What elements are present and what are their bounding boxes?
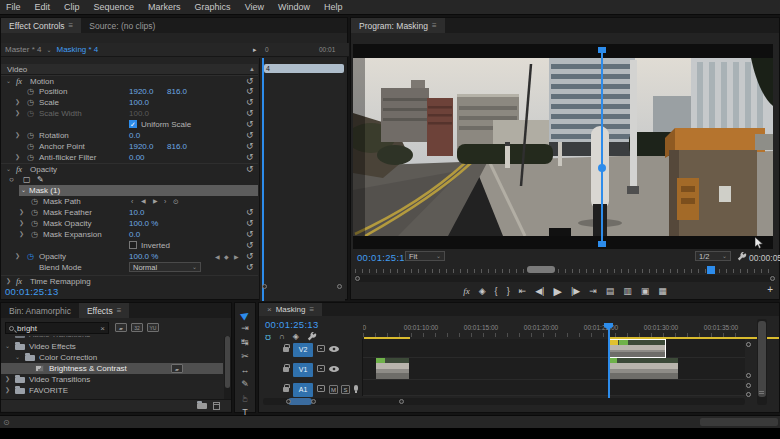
stopwatch-icon[interactable]: ◷ — [31, 218, 38, 229]
track-target-v2[interactable]: V2 — [293, 343, 313, 357]
sequence-clip-tab[interactable]: Masking * 4 — [57, 45, 99, 54]
effects-search-box[interactable]: × — [5, 322, 109, 334]
playback-resolution-dropdown[interactable]: 1/2 ⌄ — [695, 251, 731, 261]
param-value[interactable]: 100.0 % — [129, 218, 158, 229]
param-value-y[interactable]: 816.0 — [167, 86, 187, 97]
tab-source-monitor[interactable]: Source: (no clips) — [81, 18, 163, 33]
chevron-down-icon[interactable]: ⌄ — [46, 46, 51, 53]
track-resize-dot[interactable] — [746, 342, 751, 347]
param-value[interactable]: 0.0 — [129, 130, 140, 141]
reset-icon[interactable]: ↺ — [246, 130, 254, 141]
scroll-handle-right[interactable] — [311, 399, 316, 404]
program-scroll-left-handle[interactable] — [355, 276, 360, 281]
timeline-playhead-line[interactable] — [608, 323, 610, 403]
tab-effect-controls[interactable]: Effect Controls ≡ — [1, 18, 81, 33]
twirl-icon[interactable]: ❯ — [19, 229, 24, 240]
show-timeline-view-icon[interactable]: ▸ — [253, 46, 257, 54]
mask-vertex-top[interactable] — [598, 47, 606, 53]
selection-tool-icon[interactable]: ▶ — [236, 306, 254, 323]
scroll-handle-left[interactable] — [286, 399, 291, 404]
track-resize-dot[interactable] — [746, 392, 751, 397]
timeline-scrollbar-handle[interactable] — [288, 398, 312, 405]
close-icon[interactable]: × — [267, 305, 272, 314]
tree-item-video-effects[interactable]: ⌄ Video Effects — [1, 341, 223, 352]
tree-item-audio-transitions[interactable]: Audio Transitions — [1, 336, 223, 340]
export-frame-icon[interactable]: ▣ — [641, 286, 650, 296]
zoom-level-dropdown[interactable]: Fit ⌄ — [405, 251, 445, 261]
lift-icon[interactable]: ▤ — [606, 286, 615, 296]
pen-tool-icon[interactable]: ✎ — [238, 379, 252, 390]
clip-v1-early[interactable] — [376, 358, 409, 379]
stopwatch-icon[interactable]: ◷ — [27, 97, 34, 108]
reset-icon[interactable]: ↺ — [246, 141, 254, 152]
panel-menu-icon[interactable]: ≡ — [69, 21, 74, 30]
track-resize-dot[interactable] — [746, 383, 751, 388]
stopwatch-icon[interactable]: ◷ — [27, 152, 34, 163]
solo-button[interactable]: S — [341, 385, 350, 394]
mask-vertex-bottom[interactable] — [598, 241, 606, 247]
play-icon[interactable]: ▶ — [553, 285, 561, 298]
settings-wrench-icon[interactable] — [737, 252, 747, 262]
track-mask-forward-icon[interactable]: ▶ — [153, 196, 158, 207]
sync-lock-icon[interactable] — [317, 345, 325, 352]
ripple-edit-tool-icon[interactable]: ↹ — [238, 337, 252, 348]
go-to-in-icon[interactable]: ⇤ — [519, 286, 527, 296]
tab-effects[interactable]: Effects ≡ — [79, 303, 130, 318]
yuv-badge[interactable]: YU — [147, 323, 159, 332]
mute-button[interactable]: M — [329, 385, 338, 394]
reset-icon[interactable]: ↺ — [246, 86, 254, 97]
track-content-v1[interactable] — [363, 358, 745, 380]
param-value-x[interactable]: 1920.0 — [129, 141, 153, 152]
ec-video-header[interactable]: Video ▲ — [1, 64, 258, 75]
stopwatch-icon[interactable]: ◷ — [31, 196, 38, 207]
clip-v1-under-playhead[interactable] — [608, 358, 678, 379]
go-to-out-icon[interactable]: ⇥ — [589, 286, 597, 296]
twirl-icon[interactable]: ⌄ — [21, 185, 26, 196]
tab-timeline-masking[interactable]: × Masking ≡ — [259, 303, 322, 316]
sync-lock-icon[interactable] — [317, 385, 325, 392]
program-ruler-handle[interactable] — [527, 266, 555, 273]
stopwatch-icon[interactable]: ◷ — [31, 207, 38, 218]
twirl-icon[interactable]: ❯ — [5, 385, 10, 396]
lock-icon[interactable] — [283, 347, 289, 352]
uniform-scale-checkbox[interactable]: ✓ — [129, 120, 137, 128]
timeline-vertical-scrollbar[interactable] — [757, 319, 767, 405]
fx-badge-icon[interactable]: fx — [463, 286, 470, 296]
program-timecode[interactable]: 00:01:25:13 — [357, 252, 411, 263]
stopwatch-icon[interactable]: ◷ — [27, 108, 34, 119]
stopwatch-icon[interactable]: ◷ — [27, 86, 34, 97]
stopwatch-icon-animated[interactable]: ◷ — [27, 251, 34, 262]
slip-tool-icon[interactable]: ↔ — [238, 365, 252, 376]
program-video-area[interactable] — [353, 44, 773, 249]
twirl-icon[interactable]: ❯ — [19, 218, 24, 229]
twirl-icon[interactable]: ❯ — [19, 207, 24, 218]
razor-tool-icon[interactable]: ✂ — [238, 351, 252, 362]
menu-item-7[interactable]: Window — [278, 2, 310, 12]
extract-icon[interactable]: ▥ — [623, 286, 632, 296]
twirl-icon[interactable]: ❯ — [15, 97, 20, 108]
menu-item-4[interactable]: Markers — [148, 2, 181, 12]
menu-item-6[interactable]: View — [245, 2, 264, 12]
mask-vertex-middle[interactable] — [598, 164, 606, 172]
param-value[interactable]: 100.0 — [129, 97, 149, 108]
tree-item-video-transitions[interactable]: ❯ Video Transitions — [1, 374, 223, 385]
timeline-horizontal-scrollbar[interactable] — [263, 398, 745, 405]
twirl-icon[interactable]: ❯ — [5, 374, 10, 385]
panel-menu-icon[interactable]: ≡ — [309, 305, 314, 314]
tab-program-monitor[interactable]: Program: Masking ≡ — [351, 18, 445, 33]
stopwatch-icon[interactable]: ◷ — [27, 130, 34, 141]
track-content-a1[interactable] — [363, 380, 745, 396]
delete-icon[interactable] — [213, 402, 220, 410]
twirl-icon[interactable]: ❯ — [15, 130, 20, 141]
reset-icon[interactable]: ↺ — [246, 152, 254, 163]
twirl-icon[interactable]: ❯ — [15, 108, 20, 119]
timeline-timecode[interactable]: 00:01:25:13 — [265, 319, 319, 330]
new-bin-icon[interactable] — [197, 403, 207, 409]
lock-icon[interactable] — [283, 367, 289, 372]
track-visibility-eye-icon[interactable] — [329, 366, 339, 372]
hand-tool-icon[interactable]: ☞ — [240, 392, 251, 406]
menu-item-5[interactable]: Graphics — [195, 2, 231, 12]
reset-icon[interactable]: ↺ — [246, 119, 254, 130]
panel-menu-icon[interactable]: ≡ — [432, 21, 437, 30]
track-target-a1[interactable]: A1 — [293, 383, 313, 397]
